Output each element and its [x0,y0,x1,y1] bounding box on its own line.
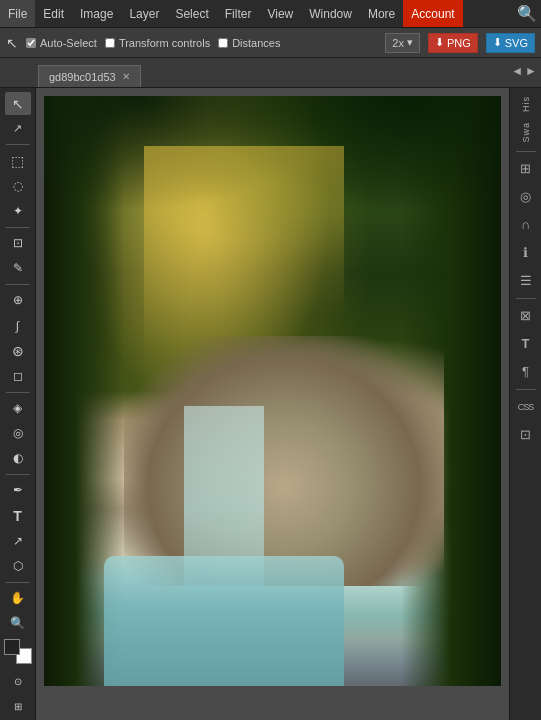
clone-tool[interactable]: ⊛ [5,339,31,362]
auto-select-label: Auto-Select [40,37,97,49]
eyedropper-icon: ✎ [13,261,23,275]
artboard-tool[interactable]: ↗ [5,117,31,140]
quick-mask-button[interactable]: ⊙ [5,670,31,693]
swatches-panel-label[interactable]: Swa [521,118,531,147]
transform-checkbox[interactable] [105,38,115,48]
svg-label: SVG [505,37,528,49]
move-tool-icon: ↖ [6,35,18,51]
auto-select-option[interactable]: Auto-Select [26,37,97,49]
shape-tool[interactable]: ⬡ [5,554,31,577]
gradient-tool[interactable]: ◈ [5,396,31,419]
menu-file[interactable]: File [0,0,35,27]
zoom-icon: 🔍 [10,616,25,630]
type-panel-button[interactable]: T [513,331,539,357]
canvas-image[interactable] [44,96,501,686]
info-panel-button[interactable]: ℹ [513,240,539,266]
right-panel: His Swa ⊞ ◎ ∩ ℹ ☰ ⊠ T ¶ CSS [509,88,541,720]
transform-icon: ⊠ [520,308,531,323]
menu-select[interactable]: Select [167,0,216,27]
document-tab-name: gd89bc01d53 [49,71,116,83]
menu-layer[interactable]: Layer [121,0,167,27]
image-panel-button[interactable]: ⊡ [513,422,539,448]
tab-close-button[interactable]: ✕ [122,71,130,82]
menu-filter[interactable]: Filter [217,0,260,27]
panel-divider-3 [516,389,536,390]
toolbar-divider-5 [6,474,30,475]
zoom-value: 2x [392,37,404,49]
heal-tool[interactable]: ⊕ [5,289,31,312]
paragraph-icon: ¶ [522,364,529,379]
collapse-left-icon: ◄ [511,64,523,78]
screen-mode-button[interactable]: ⊞ [5,695,31,718]
move-tool[interactable]: ↖ [5,92,31,115]
path-select-tool[interactable]: ↗ [5,529,31,552]
rect-select-tool[interactable]: ⬚ [5,149,31,172]
brush-icon: ∫ [16,319,19,333]
move-tool-icon: ↖ [12,96,24,112]
distances-checkbox[interactable] [218,38,228,48]
left-toolbar: ↖ ↗ ⬚ ◌ ✦ ⊡ ✎ ⊕ ∫ ⊛ ◻ [0,88,36,720]
blur-tool[interactable]: ◎ [5,422,31,445]
svg-download-icon: ⬇ [493,36,502,49]
menu-more[interactable]: More [360,0,403,27]
transform-option[interactable]: Transform controls [105,37,210,49]
curves-icon: ∩ [521,217,530,232]
adjustments-panel-button[interactable]: ◎ [513,184,539,210]
css-panel-button[interactable]: CSS [513,394,539,420]
layers-panel-button[interactable]: ⊞ [513,156,539,182]
eyedropper-tool[interactable]: ✎ [5,257,31,280]
main-area: ↖ ↗ ⬚ ◌ ✦ ⊡ ✎ ⊕ ∫ ⊛ ◻ [0,88,541,720]
hand-tool[interactable]: ✋ [5,586,31,609]
image-icon: ⊡ [520,427,531,442]
lasso-icon: ◌ [13,179,23,193]
menu-view[interactable]: View [259,0,301,27]
eraser-tool[interactable]: ◻ [5,364,31,387]
transform-label: Transform controls [119,37,210,49]
curves-panel-button[interactable]: ∩ [513,212,539,238]
tab-bar: gd89bc01d53 ✕ ◄ ► [0,58,541,88]
panel-collapse-arrows[interactable]: ◄ ► [511,64,537,78]
path-select-icon: ↗ [13,534,23,548]
menu-image[interactable]: Image [72,0,121,27]
menu-bar: File Edit Image Layer Select Filter View… [0,0,541,28]
css-label-icon: CSS [518,402,534,412]
distances-option[interactable]: Distances [218,37,280,49]
hand-icon: ✋ [10,591,25,605]
crop-tool[interactable]: ⊡ [5,232,31,255]
transform-panel-button[interactable]: ⊠ [513,303,539,329]
dodge-tool[interactable]: ◐ [5,447,31,470]
paragraph-panel-button[interactable]: ¶ [513,359,539,385]
zoom-select[interactable]: 2x ▾ [385,33,420,53]
color-swatches[interactable] [4,639,32,664]
water [104,556,344,686]
toolbar-divider-6 [6,582,30,583]
png-label: PNG [447,37,471,49]
search-icon[interactable]: 🔍 [513,0,541,28]
history-panel-label[interactable]: His [521,92,531,116]
options-bar: ↖ Auto-Select Transform controls Distanc… [0,28,541,58]
collapse-right-icon: ► [525,64,537,78]
adjustments-icon: ◎ [520,189,531,204]
svg-export-button[interactable]: ⬇ SVG [486,33,535,53]
magic-wand-tool[interactable]: ✦ [5,200,31,223]
brush-tool[interactable]: ∫ [5,314,31,337]
zoom-tool[interactable]: 🔍 [5,612,31,635]
align-icon: ☰ [520,273,532,288]
blur-icon: ◎ [13,426,23,440]
align-panel-button[interactable]: ☰ [513,268,539,294]
foreground-color-swatch[interactable] [4,639,20,655]
menu-window[interactable]: Window [301,0,360,27]
png-export-button[interactable]: ⬇ PNG [428,33,478,53]
toolbar-divider-3 [6,284,30,285]
magic-wand-icon: ✦ [13,204,23,218]
menu-account[interactable]: Account [403,0,462,27]
menu-edit[interactable]: Edit [35,0,72,27]
document-tab[interactable]: gd89bc01d53 ✕ [38,65,141,87]
toolbar-divider-1 [6,144,30,145]
layers-icon: ⊞ [520,161,531,176]
lasso-tool[interactable]: ◌ [5,174,31,197]
text-tool[interactable]: T [5,504,31,527]
auto-select-checkbox[interactable] [26,38,36,48]
toolbar-divider-4 [6,392,30,393]
pen-tool[interactable]: ✒ [5,479,31,502]
